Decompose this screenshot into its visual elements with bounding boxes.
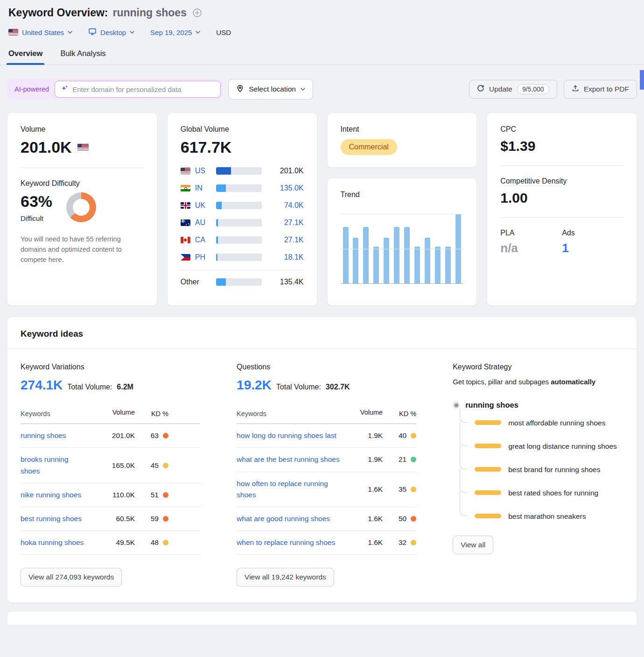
keyword-kd: 21 bbox=[383, 455, 416, 464]
country-volume-value: 27.1K bbox=[262, 219, 304, 227]
topic-pill-icon bbox=[475, 490, 501, 495]
strategy-title: Keyword Strategy bbox=[453, 363, 623, 371]
questions-total-label: Total Volume: bbox=[276, 383, 321, 391]
questions-total-value: 302.7K bbox=[326, 383, 350, 391]
trend-bar bbox=[373, 247, 379, 283]
keyword-link[interactable]: brooks running shoes bbox=[21, 454, 91, 476]
keyword-link[interactable]: how long do running shoes last bbox=[237, 430, 344, 441]
kd-value: 35 bbox=[399, 485, 406, 494]
strategy-child-node[interactable]: best marathon sneakers bbox=[460, 510, 623, 523]
date-filter[interactable]: Sep 19, 2025 bbox=[150, 28, 200, 36]
chevron-down-icon bbox=[68, 31, 72, 34]
keyword-kd: 50 bbox=[383, 515, 416, 523]
ads-label: Ads bbox=[562, 229, 623, 237]
trend-bar bbox=[384, 238, 389, 283]
us-flag-icon bbox=[181, 168, 190, 174]
cpc-card: CPC $1.39 Competitive Density 1.00 PLA n… bbox=[487, 113, 637, 306]
select-location-button[interactable]: Select location bbox=[228, 79, 313, 99]
page-header: Keyword Overview: running shoes bbox=[7, 7, 637, 19]
tab-bar: Overview Bulk Analysis bbox=[0, 49, 644, 65]
table-row: how long do running shoes last 1.9K 40 bbox=[237, 424, 416, 448]
competitive-density-value: 1.00 bbox=[500, 190, 527, 206]
scrollbar-thumb[interactable] bbox=[640, 70, 644, 90]
intent-label: Intent bbox=[341, 125, 464, 134]
view-all-questions-button[interactable]: View all 19,242 keywords bbox=[237, 568, 334, 586]
table-row: running shoes 201.0K 63 bbox=[21, 424, 200, 448]
currency-label: USD bbox=[216, 28, 231, 36]
difficulty-note: You will need to have 55 referring domai… bbox=[21, 234, 144, 265]
strategy-child-label: most affordable running shoes bbox=[508, 417, 605, 429]
sparkle-icon bbox=[61, 85, 69, 94]
keyword-link[interactable]: running shoes bbox=[21, 430, 91, 441]
trend-bar bbox=[394, 227, 399, 283]
keyword-volume: 1.6K bbox=[344, 515, 383, 523]
country-volume-bar bbox=[216, 202, 262, 209]
page-title-keyword: running shoes bbox=[112, 7, 186, 19]
variations-count[interactable]: 274.1K bbox=[21, 378, 63, 393]
strategy-root-node[interactable]: running shoes bbox=[453, 401, 623, 410]
trend-bar bbox=[445, 247, 451, 283]
update-button[interactable]: Update 9/5,000 bbox=[469, 80, 557, 99]
tab-bulk-analysis[interactable]: Bulk Analysis bbox=[60, 49, 105, 64]
domain-input-wrap bbox=[55, 81, 221, 98]
table-row: nike running shoes 110.0K 51 bbox=[21, 483, 200, 507]
strategy-tree: running shoes most affordable running sh… bbox=[453, 401, 623, 523]
trend-label: Trend bbox=[341, 191, 464, 199]
country-code-link[interactable]: PH bbox=[195, 253, 205, 261]
strategy-child-node[interactable]: best brand for running shoes bbox=[460, 464, 623, 476]
keyword-link[interactable]: when to replace running shoes bbox=[237, 537, 344, 548]
questions-table-header: Keywords Volume KD % bbox=[237, 409, 416, 424]
keyword-link[interactable]: best running shoes bbox=[21, 513, 91, 524]
trend-card: Trend bbox=[327, 178, 477, 306]
volume-value: 201.0K bbox=[21, 138, 72, 156]
kd-dot-icon bbox=[411, 487, 416, 492]
view-all-strategy-button[interactable]: View all bbox=[453, 536, 493, 554]
ads-value[interactable]: 1 bbox=[562, 241, 623, 255]
strategy-child-label: best marathon sneakers bbox=[508, 510, 586, 523]
country-volume-value: 27.1K bbox=[262, 236, 304, 244]
country-volume-bar bbox=[216, 236, 262, 244]
keyword-link[interactable]: hoka running shoes bbox=[21, 537, 91, 548]
country-code-link[interactable]: IN bbox=[195, 184, 203, 192]
keyword-link[interactable]: what are the best running shoes bbox=[237, 454, 344, 465]
export-icon bbox=[572, 85, 579, 94]
keyword-link[interactable]: what are good running shoes bbox=[237, 513, 344, 524]
tab-overview[interactable]: Overview bbox=[8, 49, 42, 64]
table-row: hoka running shoes 49.5K 48 bbox=[21, 531, 200, 555]
strategy-child-label: best rated shoes for running bbox=[508, 487, 598, 499]
country-code-link[interactable]: US bbox=[195, 167, 205, 175]
variations-total-label: Total Volume: bbox=[67, 383, 112, 391]
topic-pill-icon bbox=[475, 420, 501, 425]
keyword-link[interactable]: nike running shoes bbox=[21, 489, 91, 501]
strategy-child-node[interactable]: great long distance running shoes bbox=[460, 440, 623, 452]
country-code-link[interactable]: AU bbox=[195, 219, 205, 227]
strategy-child-node[interactable]: best rated shoes for running bbox=[460, 487, 623, 499]
keyword-link[interactable]: how often to replace running shoes bbox=[237, 478, 344, 501]
country-code-link[interactable]: UK bbox=[195, 201, 205, 210]
view-all-variations-button[interactable]: View all 274,093 keywords bbox=[21, 568, 122, 586]
trend-bar bbox=[353, 238, 358, 283]
intent-badge[interactable]: Commercial bbox=[341, 139, 397, 155]
device-filter[interactable]: Desktop bbox=[88, 28, 134, 37]
kd-dot-icon bbox=[163, 463, 168, 468]
kd-value: 32 bbox=[399, 538, 406, 547]
add-keyword-icon[interactable] bbox=[192, 8, 202, 18]
trend-bar bbox=[363, 227, 369, 283]
variations-total-value: 6.2M bbox=[117, 383, 133, 391]
toolbar: AI-powered Select location Update 9/5,00… bbox=[7, 79, 637, 99]
strategy-child-node[interactable]: most affordable running shoes bbox=[460, 417, 623, 429]
kd-dot-icon bbox=[411, 433, 416, 438]
trend-bar bbox=[343, 227, 349, 283]
country-code-link[interactable]: CA bbox=[195, 236, 205, 244]
other-volume-bar bbox=[216, 278, 262, 286]
keyword-kd: 51 bbox=[135, 491, 168, 499]
keyword-kd: 40 bbox=[383, 431, 416, 440]
keyword-kd: 63 bbox=[135, 431, 168, 440]
country-filter[interactable]: United States bbox=[8, 28, 72, 36]
questions-count[interactable]: 19.2K bbox=[237, 378, 272, 393]
table-row: what are good running shoes 1.6K 50 bbox=[237, 507, 416, 531]
keyword-kd: 45 bbox=[135, 461, 168, 470]
domain-input[interactable] bbox=[72, 85, 215, 93]
export-pdf-button[interactable]: Export to PDF bbox=[564, 80, 637, 99]
keyword-volume: 1.6K bbox=[344, 538, 383, 547]
